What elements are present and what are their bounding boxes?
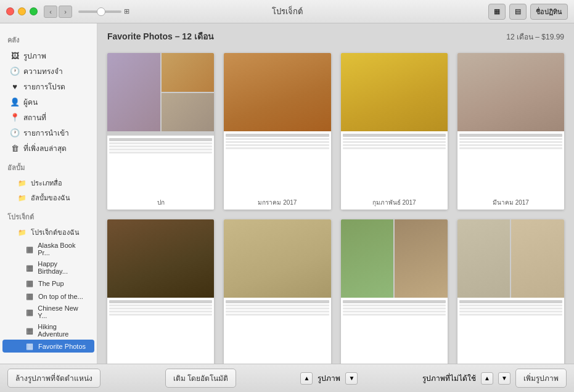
photos-up-button[interactable]: ▲ [300, 372, 313, 385]
card-icon6: ▦ [25, 341, 35, 351]
zoom-slider[interactable]: ⊞ [78, 7, 129, 15]
minimize-button[interactable] [18, 7, 26, 15]
photo-card-may[interactable]: พฤษภาคม 2017 [224, 219, 330, 364]
card-label-cover: ปก [107, 195, 214, 210]
projects-folder-icon: 📁 [17, 229, 27, 237]
card-label-mar: มีนาคม 2017 [457, 195, 564, 210]
sidebar-item-favorites[interactable]: ♥ รายการโปรด [2, 79, 94, 94]
view-toggle-button[interactable]: ▦ [488, 4, 506, 20]
pin-icon: 📍 [10, 113, 20, 122]
sidebar-item-happy-birthday[interactable]: ▦ Happy Birthday... [2, 258, 94, 277]
nav-buttons: ‹ › [44, 6, 72, 18]
photo-card-jul[interactable]: กรกฎาคม 2017 [457, 219, 564, 364]
window-controls [6, 7, 38, 15]
card-icon3: ▦ [25, 292, 35, 301]
unused-label: รูปภาพที่ไม่ได้ใช้ [422, 372, 476, 384]
photo-grid: ปก มกราคม 2017 [97, 48, 574, 364]
card-icon4: ▦ [25, 308, 34, 317]
card-image-mar [457, 53, 564, 195]
add-photo-button[interactable]: เพิ่มรูปภาพ [515, 369, 567, 388]
name-button[interactable]: ชื่อปฏิทิน [530, 4, 568, 20]
back-button[interactable]: ‹ [44, 6, 57, 18]
photo-card-apr[interactable]: เมษายน 2017 [107, 219, 214, 364]
photos-down-button[interactable]: ▼ [345, 372, 358, 385]
albums-section-title: อัลบั้ม [0, 156, 97, 176]
photos-label: รูปภาพ [318, 372, 340, 384]
collage-cell-2 [162, 53, 215, 92]
memories-icon: 🕐 [10, 67, 20, 76]
bottom-right: รูปภาพที่ไม่ได้ใช้ ▲ ▼ เพิ่มรูปภาพ [422, 369, 567, 388]
photo-card-jan[interactable]: มกราคม 2017 [224, 53, 330, 210]
card-image-may [224, 219, 330, 362]
sidebar-item-places[interactable]: 📍 สถานที่ [2, 110, 94, 125]
trash-icon: 🗑 [10, 144, 20, 153]
maximize-button[interactable] [30, 7, 38, 15]
clear-button[interactable]: ล้างรูปภาพที่จัดตำแหน่ง [7, 369, 100, 388]
content-title: Favorite Photos – 12 เดือน [107, 30, 214, 43]
photos-icon: 🖼 [10, 51, 20, 60]
folder2-icon: 📁 [17, 194, 27, 202]
card-label-jan: มกราคม 2017 [224, 195, 330, 210]
card-image-cover [107, 53, 214, 195]
sidebar-item-my-albums[interactable]: 📁 อัลบั้มของฉัน [2, 190, 94, 205]
photo-card-mar[interactable]: มีนาคม 2017 [457, 53, 564, 210]
sidebar-item-people[interactable]: 👤 ผู้คน [2, 94, 94, 110]
grid-icon: ▤ [515, 7, 521, 15]
bottom-bar: ล้างรูปภาพที่จัดตำแหน่ง เติม โดยอัตโนมัต… [0, 364, 574, 392]
unused-up-button[interactable]: ▲ [481, 372, 493, 385]
sidebar-item-hiking[interactable]: ▦ Hiking Adventure [2, 321, 94, 340]
bottom-center: ▲ รูปภาพ ▼ [300, 372, 358, 385]
sidebar-item-alaska[interactable]: ▦ Alaska Book Pr... [2, 240, 94, 258]
card-icon5: ▦ [25, 326, 34, 335]
photo-card-feb[interactable]: กุมภาพันธ์ 2017 [341, 53, 448, 210]
title-bar: ‹ › ⊞ โปรเจ็กต์ ▦ ▤ ชื่อปฏิทิน [0, 0, 574, 23]
sidebar-item-trash[interactable]: 🗑 ที่เพิ่งลบล่าสุด [2, 141, 94, 156]
content-header: Favorite Photos – 12 เดือน 12 เดือน – $1… [97, 23, 574, 48]
card-image-apr [107, 219, 214, 362]
photo-card-jun[interactable]: มิถุนายน 2017 [341, 219, 448, 364]
collage-cell-3 [162, 93, 215, 132]
sidebar-item-my-projects[interactable]: 📁 โปรเจ็กต์ของฉัน [2, 225, 94, 240]
card-image-jul [457, 219, 564, 362]
sidebar-item-imports[interactable]: 🕐 รายการนำเข้า [2, 125, 94, 141]
photo-card-cover[interactable]: ปก [107, 53, 214, 210]
sidebar-item-favorite-photos[interactable]: ▦ Favorite Photos [2, 340, 94, 353]
main-content: คลัง 🖼 รูปภาพ 🕐 ความทรงจำ ♥ รายการโปรด 👤… [0, 23, 574, 364]
folder-icon: 📁 [17, 179, 27, 187]
card-image-feb [341, 53, 448, 195]
view-icon: ▦ [494, 7, 500, 15]
sidebar-item-chinese-new[interactable]: ▦ Chinese New Y... [2, 303, 94, 321]
content-area: Favorite Photos – 12 เดือน 12 เดือน – $1… [97, 23, 574, 364]
card-image-jan [224, 53, 330, 195]
heart-icon: ♥ [10, 82, 20, 91]
grid-toggle-button[interactable]: ▤ [509, 4, 527, 20]
library-section-title: คลัง [0, 28, 97, 48]
import-icon: 🕐 [10, 128, 20, 137]
sidebar-item-the-pup[interactable]: ▦ The Pup [2, 277, 94, 290]
card-image-jun [341, 219, 448, 362]
sidebar: คลัง 🖼 รูปภาพ 🕐 ความทรงจำ ♥ รายการโปรด 👤… [0, 23, 97, 364]
sidebar-item-on-top[interactable]: ▦ On top of the... [2, 290, 94, 303]
card-icon2: ▦ [25, 279, 35, 288]
card-label-feb: กุมภาพันธ์ 2017 [341, 195, 448, 210]
toolbar-right: ▦ ▤ ชื่อปฏิทิน [488, 4, 568, 20]
sidebar-item-photos[interactable]: 🖼 รูปภาพ [2, 48, 94, 63]
unused-down-button[interactable]: ▼ [498, 372, 510, 385]
person-icon: 👤 [10, 97, 20, 107]
forward-button[interactable]: › [59, 6, 72, 18]
projects-section-title: โปรเจ็กต์ [0, 205, 97, 225]
content-price: 12 เดือน – $19.99 [506, 31, 564, 43]
auto-fill-button[interactable]: เติม โดยอัตโนมัติ [165, 369, 236, 388]
window-title: โปรเจ็กต์ [272, 5, 303, 18]
sidebar-item-memories[interactable]: 🕐 ความทรงจำ [2, 63, 94, 79]
book-icon: ▦ [25, 245, 34, 254]
close-button[interactable] [6, 7, 14, 15]
sidebar-item-media-types[interactable]: 📁 ประเภทสื่อ [2, 176, 94, 190]
collage-cell-1 [107, 53, 160, 131]
card-icon1: ▦ [25, 263, 34, 272]
